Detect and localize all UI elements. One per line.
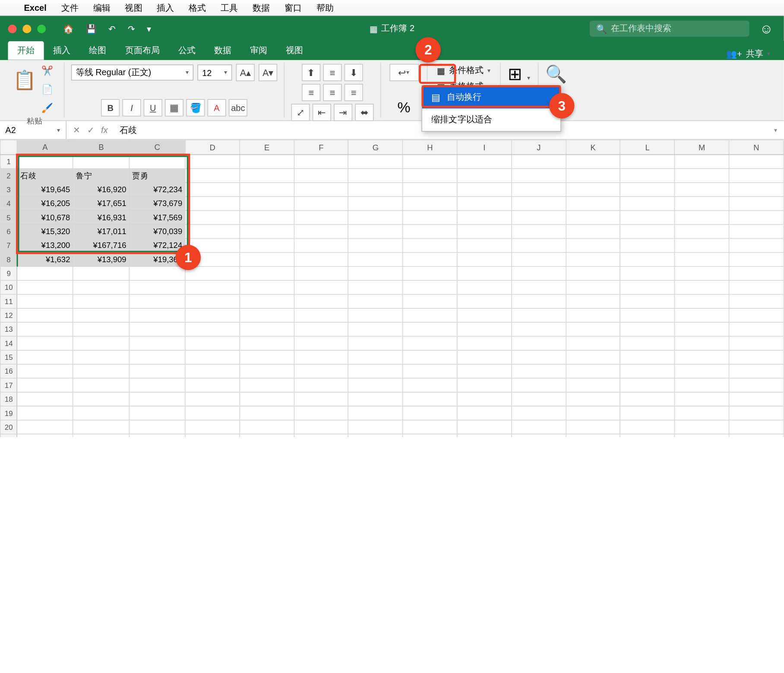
cell[interactable] [294,322,348,336]
cell[interactable] [17,406,73,420]
align-top-icon[interactable]: ⬆ [302,64,320,81]
cell[interactable] [512,392,566,406]
cell[interactable] [729,308,784,322]
tab-formulas[interactable]: 公式 [169,41,205,60]
tab-draw[interactable]: 绘图 [80,41,116,60]
cell[interactable] [130,308,186,322]
cell[interactable] [457,252,512,266]
cell[interactable]: ¥16,931 [73,210,129,224]
cell[interactable] [17,420,73,434]
col-header[interactable]: G [348,140,403,155]
cell[interactable] [130,336,186,350]
cell[interactable] [294,294,348,308]
cell[interactable] [185,364,240,378]
cell[interactable] [294,155,348,168]
cell[interactable] [675,350,729,364]
cell[interactable] [294,225,348,238]
cell[interactable] [675,225,729,238]
cell[interactable] [675,238,729,252]
align-bottom-icon[interactable]: ⬇ [345,64,363,81]
cell[interactable] [240,322,294,336]
cell[interactable] [130,392,186,406]
cell[interactable] [294,378,348,392]
cell[interactable] [729,252,784,266]
cell[interactable] [17,392,73,406]
cell[interactable] [729,378,784,392]
cell[interactable]: ¥72,234 [130,183,186,197]
cancel-icon[interactable]: ✕ [73,125,80,135]
cell[interactable] [294,350,348,364]
merge-button[interactable]: ⬌ [355,104,373,121]
cell[interactable] [729,406,784,420]
cell[interactable] [729,294,784,308]
align-center-icon[interactable]: ≡ [323,84,341,101]
cell[interactable] [457,322,512,336]
cell[interactable] [185,294,240,308]
cell[interactable] [17,434,73,437]
cell[interactable] [130,267,186,280]
cell[interactable] [240,238,294,252]
cell[interactable] [348,392,403,406]
cell[interactable] [566,225,620,238]
col-header[interactable]: B [73,140,129,155]
cell[interactable] [729,197,784,210]
row-header[interactable]: 13 [0,322,17,336]
cell[interactable] [73,322,129,336]
cell[interactable] [566,155,620,168]
cell[interactable] [185,406,240,420]
percent-icon[interactable]: % [397,99,410,116]
cell[interactable] [457,155,512,168]
row-header[interactable]: 15 [0,350,17,364]
cell[interactable] [185,225,240,238]
cell[interactable] [403,183,457,197]
cell[interactable] [294,168,348,182]
row-header[interactable]: 19 [0,406,17,420]
col-header[interactable]: K [566,140,620,155]
cell[interactable] [403,267,457,280]
cell[interactable] [403,406,457,420]
row-header[interactable]: 12 [0,308,17,322]
row-header[interactable]: 18 [0,392,17,406]
row-header[interactable]: 7 [0,238,17,252]
cell[interactable] [185,210,240,224]
font-color-button[interactable]: A [207,99,226,116]
col-header[interactable]: J [512,140,566,155]
cell[interactable] [457,392,512,406]
cell[interactable] [294,267,348,280]
cell[interactable] [348,378,403,392]
cell[interactable] [566,406,620,420]
cell[interactable] [240,183,294,197]
col-header[interactable]: F [294,140,348,155]
conditional-format-button[interactable]: ▦ 条件格式 ▾ [434,64,493,77]
cell[interactable] [403,197,457,210]
cell[interactable] [348,322,403,336]
cell[interactable] [512,294,566,308]
cell[interactable] [294,280,348,294]
user-avatar-icon[interactable]: ☺ [760,21,773,36]
cell[interactable]: ¥16,920 [73,183,129,197]
cell[interactable] [620,267,675,280]
cell[interactable] [294,197,348,210]
cell[interactable] [240,267,294,280]
cell[interactable] [403,322,457,336]
cell[interactable] [294,183,348,197]
cell[interactable] [130,406,186,420]
save-icon[interactable]: 💾 [86,24,97,34]
cell[interactable] [403,308,457,322]
cell[interactable] [729,183,784,197]
cell[interactable] [620,225,675,238]
cell[interactable] [17,378,73,392]
cell[interactable] [675,420,729,434]
cell[interactable] [73,378,129,392]
cell[interactable] [675,280,729,294]
paste-button[interactable]: 📋 [12,64,38,96]
cell[interactable] [240,280,294,294]
cell[interactable] [403,378,457,392]
cell[interactable] [348,336,403,350]
cell[interactable] [620,322,675,336]
cell[interactable] [620,392,675,406]
cell[interactable] [185,183,240,197]
cell[interactable] [620,308,675,322]
phonetic-button[interactable]: abc [229,99,247,116]
wrap-text-button[interactable]: ↩ ▾ [389,64,419,81]
